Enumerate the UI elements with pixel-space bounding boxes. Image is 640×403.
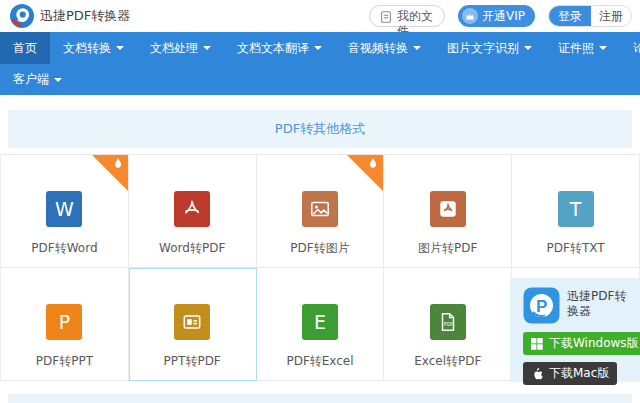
nav-item-doc-process[interactable]: 文档处理: [137, 32, 224, 64]
nav-item-doc-convert[interactable]: 文档转换: [50, 32, 137, 64]
app-download-widget: P 迅捷PDF转换器 下载Windows版 下载Mac版: [510, 278, 640, 382]
tile-word-to-pdf[interactable]: Word转PDF: [129, 155, 257, 268]
hot-ribbon: [347, 155, 383, 191]
open-vip-button[interactable]: 开通VIP: [458, 5, 535, 27]
tile-label: 图片转PDF: [418, 240, 477, 257]
tile-image-to-pdf[interactable]: 图片转PDF: [384, 155, 512, 268]
caret-down-icon: [203, 46, 211, 50]
nav-row-2: 客户端: [0, 64, 640, 95]
image-icon: [302, 191, 338, 227]
register-button[interactable]: 注册: [591, 6, 631, 26]
nav-item-client[interactable]: 客户端: [0, 64, 75, 95]
app-logo-icon: P: [523, 287, 560, 324]
tile-pdf-to-word[interactable]: W PDF转Word: [1, 155, 129, 268]
tile-pdf-to-excel[interactable]: E PDF转Excel: [257, 268, 385, 381]
windows-icon: [531, 338, 543, 350]
caret-down-icon: [116, 46, 124, 50]
svg-text:PDF: PDF: [444, 322, 453, 327]
tile-label: PDF转Word: [31, 240, 97, 257]
pdf-card-icon: [430, 191, 466, 227]
flame-icon: [367, 157, 379, 171]
tile-label: PDF转图片: [290, 240, 349, 257]
nav-item-id-photo[interactable]: 证件照: [545, 32, 620, 64]
crown-icon: [462, 8, 478, 24]
txt-icon: T: [558, 191, 594, 227]
main-nav: 首页 文档转换 文档处理 文档文本翻译 音视频转换 图片文字识别 证件照 热 论…: [0, 32, 640, 95]
svg-text:P: P: [536, 297, 547, 316]
tile-label: Word转PDF: [159, 240, 225, 257]
login-button[interactable]: 登录: [549, 6, 591, 26]
download-mac-button[interactable]: 下载Mac版: [523, 362, 617, 385]
top-header: 迅捷PDF转换器 我的文件 开通VIP 登录 注册: [0, 0, 640, 32]
document-icon: [379, 9, 393, 25]
tile-ppt-to-pdf[interactable]: PPT转PDF: [129, 268, 257, 381]
nav-item-paper-check[interactable]: 热 论文查重: [620, 32, 640, 64]
nav-row-1: 首页 文档转换 文档处理 文档文本翻译 音视频转换 图片文字识别 证件照 热 论…: [0, 32, 640, 64]
tile-label: PDF转TXT: [547, 240, 605, 257]
download-windows-label: 下载Windows版: [549, 335, 639, 352]
caret-down-icon: [599, 46, 607, 50]
ppt-icon: P: [46, 304, 82, 340]
tile-excel-to-pdf[interactable]: PDF Excel转PDF: [384, 268, 512, 381]
open-vip-label: 开通VIP: [482, 8, 525, 25]
nav-item-ocr[interactable]: 图片文字识别: [434, 32, 545, 64]
download-windows-button[interactable]: 下载Windows版: [523, 332, 640, 355]
flame-icon: [112, 157, 124, 171]
app-name: 迅捷PDF转换器: [567, 289, 635, 319]
logo-icon: [10, 4, 34, 28]
nav-item-doc-translate[interactable]: 文档文本翻译: [224, 32, 335, 64]
nav-item-home[interactable]: 首页: [0, 32, 50, 64]
header-actions: 我的文件 开通VIP 登录 注册: [369, 5, 632, 27]
tile-label: Excel转PDF: [414, 353, 481, 370]
section-banner: PDF转其他格式: [8, 110, 632, 148]
caret-down-icon: [314, 46, 322, 50]
download-mac-label: 下载Mac版: [549, 365, 609, 382]
slide-icon: [174, 304, 210, 340]
tile-label: PPT转PDF: [164, 353, 221, 370]
tile-pdf-to-ppt[interactable]: P PDF转PPT: [1, 268, 129, 381]
word-icon: W: [46, 191, 82, 227]
apple-icon: [531, 367, 543, 381]
caret-down-icon: [524, 46, 532, 50]
auth-buttons: 登录 注册: [548, 5, 632, 27]
widget-header: P 迅捷PDF转换器: [523, 287, 640, 324]
next-section-banner: [8, 394, 632, 403]
adobe-pdf-icon: [174, 191, 210, 227]
hot-ribbon: [92, 155, 128, 191]
tile-pdf-to-txt[interactable]: T PDF转TXT: [512, 155, 640, 268]
pdf-file-icon: PDF: [430, 304, 466, 340]
tile-pdf-to-image[interactable]: PDF转图片: [257, 155, 385, 268]
caret-down-icon: [413, 46, 421, 50]
tile-label: PDF转PPT: [36, 353, 93, 370]
nav-item-av-convert[interactable]: 音视频转换: [335, 32, 434, 64]
caret-down-icon: [54, 78, 62, 82]
excel-icon: E: [302, 304, 338, 340]
logo-text: 迅捷PDF转换器: [40, 7, 130, 25]
site-logo[interactable]: 迅捷PDF转换器: [10, 4, 130, 28]
my-files-button[interactable]: 我的文件: [369, 5, 445, 27]
tile-label: PDF转Excel: [286, 353, 353, 370]
